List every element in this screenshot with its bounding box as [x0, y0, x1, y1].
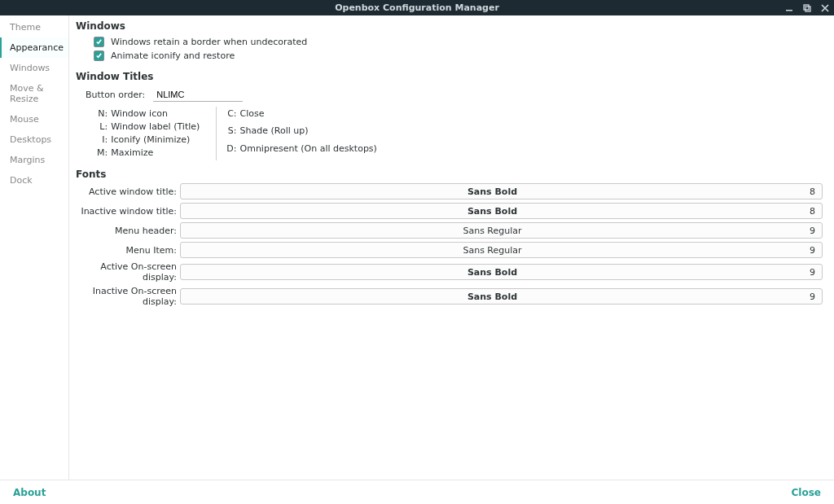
- sidebar-item-label: Move & Resize: [10, 83, 44, 104]
- close-icon[interactable]: [819, 2, 831, 14]
- section-fonts-title: Fonts: [76, 169, 823, 180]
- sidebar-item-theme[interactable]: Theme: [0, 17, 68, 37]
- checkbox-animate-iconify[interactable]: [94, 50, 104, 61]
- font-size: 9: [804, 291, 822, 302]
- font-label: Active On-screen display:: [76, 261, 180, 283]
- font-row-menu-item: Menu Item: Sans Regular 9: [76, 242, 823, 258]
- font-button-active-osd[interactable]: Sans Bold 9: [180, 264, 823, 280]
- font-size: 8: [804, 186, 822, 197]
- sidebar-item-margins[interactable]: Margins: [0, 150, 68, 170]
- legend-key: I:: [97, 134, 109, 146]
- sidebar-item-label: Desktops: [10, 134, 51, 145]
- font-name: Sans Bold: [181, 267, 804, 278]
- font-button-menu-item[interactable]: Sans Regular 9: [180, 242, 823, 258]
- minimize-icon[interactable]: [784, 2, 795, 14]
- section-windows-title: Windows: [76, 20, 823, 32]
- legend-val: Window label (Title): [111, 121, 203, 133]
- sidebar-item-dock[interactable]: Dock: [0, 170, 68, 191]
- font-name: Sans Bold: [181, 291, 804, 302]
- legend-key: D:: [226, 143, 238, 159]
- window-title: Openbox Configuration Manager: [335, 2, 499, 13]
- sidebar-item-label: Windows: [10, 63, 50, 73]
- sidebar-item-label: Dock: [10, 175, 33, 186]
- font-label: Menu Item:: [76, 245, 180, 256]
- sidebar-item-windows[interactable]: Windows: [0, 58, 68, 78]
- checkbox-retain-border[interactable]: [94, 37, 104, 47]
- svg-rect-1: [804, 5, 809, 10]
- legend-key: C:: [226, 108, 238, 124]
- font-name: Sans Regular: [181, 226, 804, 236]
- font-size: 9: [804, 226, 822, 236]
- sidebar-item-label: Theme: [10, 22, 41, 33]
- font-label: Menu header:: [76, 226, 180, 236]
- legend-key: L:: [97, 121, 109, 133]
- legend-val: Omnipresent (On all desktops): [240, 143, 380, 159]
- sidebar: Theme Appearance Windows Move & Resize M…: [0, 15, 69, 480]
- button-order-legend: N:Window icon L:Window label (Title) I:I…: [76, 107, 823, 160]
- font-label: Inactive On-screen display:: [76, 286, 180, 307]
- font-row-inactive-window-title: Inactive window title: Sans Bold 8: [76, 203, 823, 219]
- footer: About Close: [0, 480, 834, 504]
- font-size: 9: [804, 245, 822, 256]
- font-button-inactive-osd[interactable]: Sans Bold 9: [180, 288, 823, 305]
- sidebar-item-move-resize[interactable]: Move & Resize: [0, 78, 68, 109]
- legend-val: Shade (Roll up): [240, 125, 380, 141]
- svg-rect-0: [786, 10, 792, 11]
- sidebar-item-mouse[interactable]: Mouse: [0, 109, 68, 129]
- font-label: Active window title:: [76, 186, 180, 197]
- legend-key: N:: [97, 108, 109, 120]
- window-controls: [784, 0, 831, 15]
- sidebar-item-label: Margins: [10, 155, 45, 165]
- titlebar: Openbox Configuration Manager: [0, 0, 834, 15]
- sidebar-item-appearance[interactable]: Appearance: [0, 37, 68, 58]
- font-label: Inactive window title:: [76, 206, 180, 217]
- section-window-titles-title: Window Titles: [76, 71, 823, 82]
- font-size: 8: [804, 206, 822, 217]
- svg-rect-2: [805, 7, 810, 11]
- sidebar-item-label: Mouse: [10, 114, 39, 125]
- checkbox-retain-border-label: Windows retain a border when undecorated: [111, 37, 307, 47]
- sidebar-item-desktops[interactable]: Desktops: [0, 129, 68, 150]
- legend-val: Iconify (Minimize): [111, 134, 203, 146]
- font-name: Sans Bold: [181, 186, 804, 197]
- legend-key: S:: [226, 125, 238, 141]
- checkbox-animate-iconify-label: Animate iconify and restore: [111, 50, 235, 61]
- font-name: Sans Bold: [181, 206, 804, 217]
- close-button[interactable]: Close: [792, 487, 821, 498]
- content: Windows Windows retain a border when und…: [69, 15, 834, 480]
- font-size: 9: [804, 267, 822, 278]
- font-button-active-window-title[interactable]: Sans Bold 8: [180, 183, 823, 199]
- button-order-input[interactable]: [153, 87, 243, 102]
- legend-val: Window icon: [111, 108, 203, 120]
- sidebar-item-label: Appearance: [10, 42, 64, 53]
- about-button[interactable]: About: [13, 487, 46, 498]
- font-row-active-window-title: Active window title: Sans Bold 8: [76, 183, 823, 199]
- font-name: Sans Regular: [181, 245, 804, 256]
- legend-val: Close: [240, 108, 380, 124]
- maximize-icon[interactable]: [801, 2, 813, 14]
- button-order-label: Button order:: [86, 90, 145, 100]
- font-button-inactive-window-title[interactable]: Sans Bold 8: [180, 203, 823, 219]
- legend-key: M:: [97, 147, 109, 159]
- font-row-active-osd: Active On-screen display: Sans Bold 9: [76, 261, 823, 283]
- font-row-inactive-osd: Inactive On-screen display: Sans Bold 9: [76, 286, 823, 307]
- font-row-menu-header: Menu header: Sans Regular 9: [76, 222, 823, 239]
- legend-val: Maximize: [111, 147, 203, 159]
- font-button-menu-header[interactable]: Sans Regular 9: [180, 222, 823, 239]
